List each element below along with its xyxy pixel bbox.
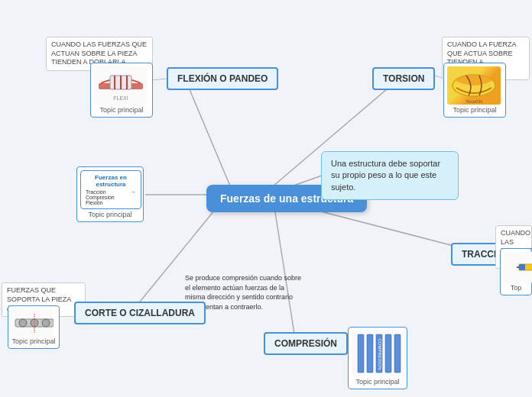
svg-line-0 [187, 84, 233, 193]
flexion-topic-label: Topic principal [94, 106, 149, 114]
torsion-topic-label: Topic principal [447, 106, 502, 114]
traccion-image [504, 252, 532, 282]
torsion-svg: TorsiON [447, 66, 501, 105]
corte-image [11, 309, 54, 336]
flexion-image: FLEXI [94, 66, 148, 105]
torsion-label[interactable]: TORSION [372, 67, 435, 90]
svg-text:COMPRESION: COMPRESION [378, 338, 382, 370]
compresion-topic-label: Topic principal [352, 378, 404, 386]
svg-point-32 [19, 319, 27, 327]
compresion-svg: COMPRESION [352, 331, 405, 376]
left-card-title: Fuerzas en estructura [86, 174, 136, 188]
svg-rect-25 [358, 334, 364, 373]
compresion-image-card: COMPRESION Topic principal [348, 327, 407, 389]
left-card-topic-label: Topic principal [80, 211, 140, 218]
left-card-item3: Flexión [86, 200, 103, 205]
left-card-item1: Tracción [86, 189, 106, 195]
compresion-label[interactable]: COMPRESIÓN [264, 332, 348, 355]
svg-rect-28 [385, 334, 391, 373]
left-card-item2: Compresión [86, 195, 115, 200]
traccion-topic-label: Top [504, 284, 528, 292]
torsion-image-card: TorsiON Topic principal [443, 63, 506, 118]
left-card-row3: Flexión [86, 200, 136, 205]
corte-label[interactable]: CORTE O CIZALLADURA [74, 302, 206, 324]
info-bubble: Una estructura debe soportar su propio p… [321, 151, 459, 200]
traccion-image-card: Top [500, 248, 532, 295]
left-card-row2: Compresión [86, 195, 136, 200]
corte-image-card: Topic principal [8, 305, 60, 349]
left-card-arrow1: → [131, 189, 136, 195]
svg-text:TorsiON: TorsiON [466, 99, 482, 104]
svg-text:FLEXI: FLEXI [113, 95, 128, 101]
flexion-label[interactable]: FLEXIÓN O PANDEO [167, 67, 278, 90]
corte-topic-label: Topic principal [11, 337, 56, 345]
flexion-image-card: FLEXI Topic principal [90, 63, 153, 118]
torsion-image: TorsiON [447, 66, 501, 105]
flexion-svg: FLEXI [95, 68, 147, 103]
svg-point-34 [42, 319, 50, 327]
corte-svg [11, 310, 54, 335]
traccion-svg [516, 253, 532, 281]
svg-rect-26 [367, 334, 373, 373]
svg-rect-21 [519, 264, 525, 270]
svg-rect-29 [394, 334, 401, 373]
left-card-row1: Tracción → [86, 189, 136, 195]
left-card-content: Fuerzas en estructura Tracción → Compres… [80, 170, 141, 209]
left-topic-card: Fuerzas en estructura Tracción → Compres… [76, 166, 144, 222]
compresion-image: COMPRESION [352, 331, 405, 376]
